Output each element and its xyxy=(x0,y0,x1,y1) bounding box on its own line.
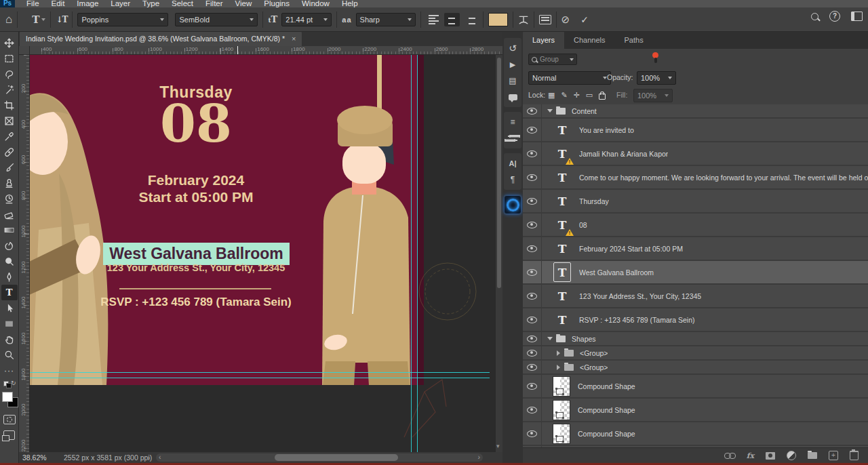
lock-transparency-icon[interactable]: ▦ xyxy=(548,91,555,100)
paragraph-panel-icon[interactable]: ¶ xyxy=(505,171,521,188)
menu-select[interactable]: Select xyxy=(165,0,199,7)
visibility-toggle[interactable] xyxy=(523,119,542,141)
layer-row[interactable]: TThursday xyxy=(523,190,868,214)
layer-name[interactable]: <Group> xyxy=(580,349,608,357)
visibility-toggle[interactable] xyxy=(523,361,542,373)
layer-row[interactable]: Shapes xyxy=(523,332,868,346)
foreground-background-swatches[interactable] xyxy=(1,390,18,408)
eyedropper-tool-icon[interactable] xyxy=(1,129,18,144)
zoom-tool-icon[interactable] xyxy=(1,347,18,363)
canvas-viewport[interactable]: 2004006008001000120014001600180020002200 xyxy=(19,54,502,452)
menu-view[interactable]: View xyxy=(229,0,258,7)
text-layer-thumbnail[interactable]: T xyxy=(553,120,571,140)
vertical-scrollbar-thumb[interactable] xyxy=(497,58,501,288)
workspace-icon[interactable] xyxy=(851,12,863,21)
clone-stamp-tool-icon[interactable] xyxy=(1,176,18,191)
text-layer-thumbnail[interactable]: T xyxy=(553,167,571,187)
text-color-swatch[interactable] xyxy=(488,13,508,26)
zoom-level[interactable]: 38.62% xyxy=(22,453,47,462)
status-popup-icon[interactable]: › xyxy=(148,453,151,462)
comments-icon[interactable] xyxy=(505,89,521,105)
layer-name[interactable]: You are invited to xyxy=(579,126,634,134)
shape-layer-thumbnail[interactable] xyxy=(553,400,570,420)
lock-position-icon[interactable]: ✛ xyxy=(574,91,580,100)
brushes-icon[interactable] xyxy=(505,130,521,146)
text-layer-thumbnail[interactable]: T xyxy=(553,239,571,258)
history-icon[interactable]: ↺ xyxy=(505,40,521,56)
actions-play-icon[interactable]: ▶ xyxy=(505,56,521,73)
layer-name[interactable]: Jamali Khan & Ariana Kapor xyxy=(579,150,668,158)
menu-window[interactable]: Window xyxy=(296,0,336,7)
menu-file[interactable]: File xyxy=(20,0,45,7)
shape-tool-icon[interactable] xyxy=(1,316,18,331)
invitation-canvas[interactable]: Thursday 08 February 2024 Start at 05:00… xyxy=(29,55,424,385)
guide-vertical-1[interactable] xyxy=(411,54,412,452)
visibility-toggle[interactable] xyxy=(523,261,542,283)
visibility-toggle[interactable] xyxy=(523,346,542,359)
text-layer-thumbnail[interactable]: T! xyxy=(553,144,571,163)
menu-layer[interactable]: Layer xyxy=(104,0,136,7)
layer-row[interactable]: <Group> xyxy=(523,361,868,375)
horizontal-scrollbar-thumb[interactable] xyxy=(275,454,398,461)
link-layers-icon[interactable] xyxy=(724,453,735,458)
visibility-toggle[interactable] xyxy=(523,214,542,236)
layer-name[interactable]: RSVP : +123 456 789 (Tamara Sein) xyxy=(579,316,695,324)
chevron-down-icon[interactable] xyxy=(547,337,553,340)
marquee-tool-icon[interactable] xyxy=(1,51,18,66)
close-tab-icon[interactable]: × xyxy=(292,35,296,43)
layer-row[interactable]: Compound Shape xyxy=(523,422,868,446)
visibility-toggle[interactable] xyxy=(523,332,542,345)
layer-name[interactable]: February 2024 Start at 05:00 PM xyxy=(579,245,683,253)
move-tool-icon[interactable] xyxy=(1,35,18,51)
adjustment-layer-icon[interactable] xyxy=(787,451,796,460)
lasso-tool-icon[interactable] xyxy=(1,66,18,82)
lock-all-icon[interactable] xyxy=(599,94,606,100)
scroll-right-icon[interactable]: › xyxy=(478,453,481,461)
fill-select[interactable]: 100% xyxy=(633,89,673,102)
layer-row[interactable]: TRSVP : +123 456 789 (Tamara Sein) xyxy=(523,308,868,332)
layer-row[interactable]: TFebruary 2024 Start at 05:00 PM xyxy=(523,237,868,261)
visibility-toggle[interactable] xyxy=(523,190,542,212)
layer-name[interactable]: West Galvana Ballroom xyxy=(579,268,654,277)
guide-horizontal-1[interactable] xyxy=(29,372,490,373)
libraries-icon[interactable]: ▤ xyxy=(505,73,521,89)
layer-name[interactable]: <Group> xyxy=(580,363,608,371)
layer-row[interactable]: Content xyxy=(523,104,868,119)
shape-layer-thumbnail[interactable] xyxy=(553,424,570,444)
gradient-tool-icon[interactable] xyxy=(1,222,18,238)
text-layer-thumbnail[interactable]: T xyxy=(553,286,571,306)
visibility-toggle[interactable] xyxy=(523,375,542,397)
lock-pixels-icon[interactable]: ✎ xyxy=(561,91,567,100)
layer-row[interactable]: TYou are invited to xyxy=(523,119,868,142)
warp-text-icon[interactable] xyxy=(518,14,529,25)
healing-tool-icon[interactable] xyxy=(1,144,18,160)
font-size-select[interactable]: 21.44 pt xyxy=(281,13,332,26)
path-select-tool-icon[interactable] xyxy=(1,300,18,316)
layer-row[interactable]: <Group> xyxy=(523,346,868,361)
visibility-toggle[interactable] xyxy=(523,166,542,188)
horizontal-scrollbar[interactable]: ‹ › xyxy=(156,453,483,462)
lock-artboard-icon[interactable]: ▭ xyxy=(586,91,593,100)
frame-tool-icon[interactable] xyxy=(1,113,18,129)
visibility-toggle[interactable] xyxy=(523,104,542,117)
menu-type[interactable]: Type xyxy=(136,0,165,7)
dodge-tool-icon[interactable] xyxy=(1,254,18,269)
align-right-icon[interactable] xyxy=(462,13,478,26)
layer-row[interactable]: Compound Shape xyxy=(523,399,868,422)
visibility-toggle[interactable] xyxy=(523,237,542,260)
layer-name[interactable]: Shapes xyxy=(572,335,596,343)
crop-tool-icon[interactable] xyxy=(1,98,18,113)
foreground-color[interactable] xyxy=(2,392,13,402)
filter-active-indicator[interactable] xyxy=(652,52,658,58)
layer-style-icon[interactable]: fx xyxy=(747,451,754,460)
plugin-icon[interactable] xyxy=(505,197,521,213)
font-family-select[interactable]: Poppins xyxy=(77,13,168,26)
help-icon[interactable]: ? xyxy=(829,11,840,22)
visibility-toggle[interactable] xyxy=(523,422,542,445)
menu-image[interactable]: Image xyxy=(71,0,104,7)
visibility-toggle[interactable] xyxy=(523,285,542,307)
align-center-icon[interactable] xyxy=(444,13,460,26)
document-tab[interactable]: Indian Style Wedding Invitation.psd @ 38… xyxy=(20,31,302,46)
layer-name[interactable]: 123 Your Address St., Your City, 12345 xyxy=(579,292,701,300)
pen-tool-icon[interactable] xyxy=(1,269,18,285)
